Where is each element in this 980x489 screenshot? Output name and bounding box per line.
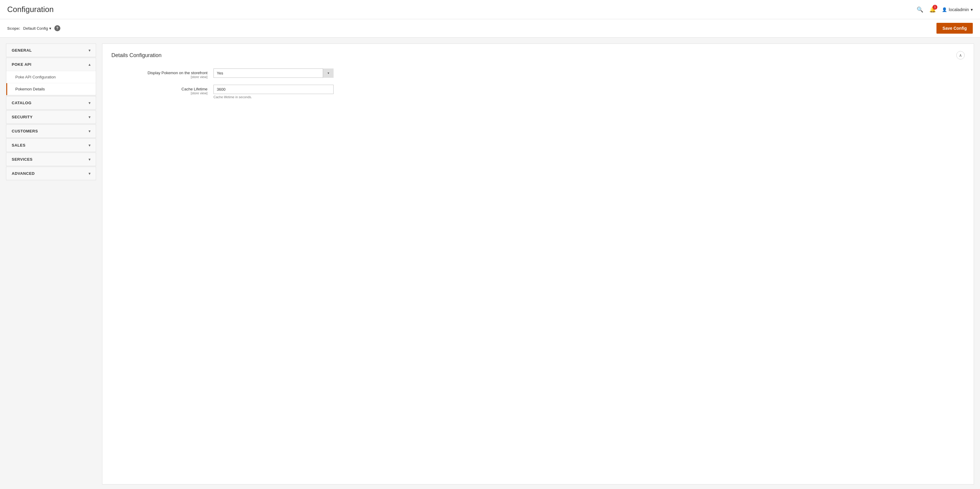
sidebar-section-advanced: ADVANCED ▾ (6, 167, 96, 180)
collapse-icon: ∧ (959, 53, 962, 58)
user-icon: 👤 (942, 7, 947, 12)
sidebar-section-poke-api: POKE API ▴ Poke API Configuration Pokemo… (6, 58, 96, 96)
sidebar-section-label-services: SERVICES (12, 157, 33, 162)
field-label-cache-lifetime: Cache Lifetime (181, 87, 207, 91)
help-icon[interactable]: ? (54, 25, 60, 31)
sidebar-section-header-customers[interactable]: CUSTOMERS ▾ (6, 125, 96, 138)
collapse-button[interactable]: ∧ (956, 51, 965, 59)
search-button[interactable]: 🔍 (916, 6, 923, 13)
sidebar-section-header-poke-api[interactable]: POKE API ▴ (6, 58, 96, 71)
section-header-bar: Details Configuration ∧ (111, 51, 965, 62)
form-row-cache-lifetime: Cache Lifetime [store view] Cache lifeti… (111, 85, 965, 99)
sidebar-section-label-advanced: ADVANCED (12, 171, 35, 176)
scope-left: Scope: Default Config ▾ ? (7, 25, 60, 31)
sidebar-submenu-poke-api: Poke API Configuration Pokemon Details (6, 71, 96, 95)
notification-badge: 1 (932, 5, 937, 10)
chevron-down-icon-general: ▾ (89, 48, 91, 53)
sidebar-section-label-catalog: CATALOG (12, 100, 32, 105)
field-label-group-display-pokemon: Display Pokemon on the storefront [store… (111, 68, 207, 79)
sidebar-section-label-general: GENERAL (12, 48, 32, 53)
scope-select[interactable]: Default Config ▾ (23, 26, 51, 31)
field-label-display-pokemon: Display Pokemon on the storefront (148, 70, 207, 75)
page-title: Configuration (7, 5, 54, 14)
scope-chevron-icon: ▾ (49, 26, 51, 31)
sidebar-section-header-services[interactable]: SERVICES ▾ (6, 153, 96, 166)
sidebar: GENERAL ▾ POKE API ▴ Poke API Configurat… (6, 43, 96, 484)
content-area: Details Configuration ∧ Display Pokemon … (102, 43, 974, 484)
sidebar-item-poke-api-config[interactable]: Poke API Configuration (6, 71, 96, 83)
input-cache-lifetime[interactable] (213, 85, 334, 94)
sidebar-section-security: SECURITY ▾ (6, 110, 96, 124)
sidebar-section-services: SERVICES ▾ (6, 153, 96, 166)
field-scope-display-pokemon: [store view] (111, 75, 207, 79)
chevron-down-icon-security: ▾ (89, 115, 91, 119)
sidebar-section-catalog: CATALOG ▾ (6, 96, 96, 110)
scope-bar: Scope: Default Config ▾ ? Save Config (0, 19, 980, 38)
chevron-up-icon-poke-api: ▴ (89, 62, 91, 67)
sidebar-section-label-poke-api: POKE API (12, 62, 32, 67)
form-row-display-pokemon: Display Pokemon on the storefront [store… (111, 68, 965, 79)
user-menu-button[interactable]: 👤 localadmin ▾ (942, 7, 973, 12)
user-menu-chevron-icon: ▾ (971, 7, 973, 12)
main-layout: GENERAL ▾ POKE API ▴ Poke API Configurat… (0, 38, 980, 489)
sidebar-section-header-catalog[interactable]: CATALOG ▾ (6, 96, 96, 109)
scope-label: Scope: (7, 26, 20, 31)
field-scope-cache-lifetime: [store view] (111, 91, 207, 95)
select-display-pokemon[interactable]: Yes No (213, 68, 334, 78)
sidebar-section-general: GENERAL ▾ (6, 43, 96, 57)
chevron-down-icon-sales: ▾ (89, 143, 91, 148)
help-label: ? (56, 26, 58, 30)
field-input-group-cache-lifetime: Cache lifetime in seconds. (213, 85, 334, 99)
chevron-down-icon-catalog: ▾ (89, 101, 91, 105)
sidebar-section-header-security[interactable]: SECURITY ▾ (6, 110, 96, 123)
save-config-button[interactable]: Save Config (937, 23, 973, 33)
chevron-down-icon-services: ▾ (89, 158, 91, 162)
field-hint-cache-lifetime: Cache lifetime in seconds. (213, 95, 334, 99)
sidebar-item-label-pokemon-details: Pokemon Details (15, 87, 45, 91)
field-label-group-cache-lifetime: Cache Lifetime [store view] (111, 85, 207, 95)
select-wrapper-display-pokemon: Yes No ▾ (213, 68, 334, 78)
field-input-group-display-pokemon: Yes No ▾ (213, 68, 334, 78)
page-header: Configuration 🔍 🔔 1 👤 localadmin ▾ (0, 0, 980, 19)
chevron-down-icon-customers: ▾ (89, 129, 91, 133)
user-name: localadmin (949, 7, 969, 12)
header-right: 🔍 🔔 1 👤 localadmin ▾ (916, 6, 973, 13)
sidebar-section-customers: CUSTOMERS ▾ (6, 124, 96, 138)
sidebar-section-header-sales[interactable]: SALES ▾ (6, 139, 96, 152)
sidebar-section-sales: SALES ▾ (6, 139, 96, 152)
scope-value: Default Config (23, 26, 48, 31)
sidebar-section-label-sales: SALES (12, 143, 25, 148)
notification-button[interactable]: 🔔 1 (929, 6, 936, 13)
sidebar-section-label-security: SECURITY (12, 115, 33, 119)
sidebar-section-header-advanced[interactable]: ADVANCED ▾ (6, 167, 96, 180)
sidebar-item-label-poke-api-config: Poke API Configuration (15, 75, 56, 79)
chevron-down-icon-advanced: ▾ (89, 172, 91, 176)
sidebar-item-pokemon-details[interactable]: Pokemon Details (6, 83, 96, 95)
search-icon: 🔍 (916, 6, 923, 13)
section-title: Details Configuration (111, 52, 162, 59)
sidebar-section-header-general[interactable]: GENERAL ▾ (6, 44, 96, 57)
sidebar-section-label-customers: CUSTOMERS (12, 129, 38, 133)
